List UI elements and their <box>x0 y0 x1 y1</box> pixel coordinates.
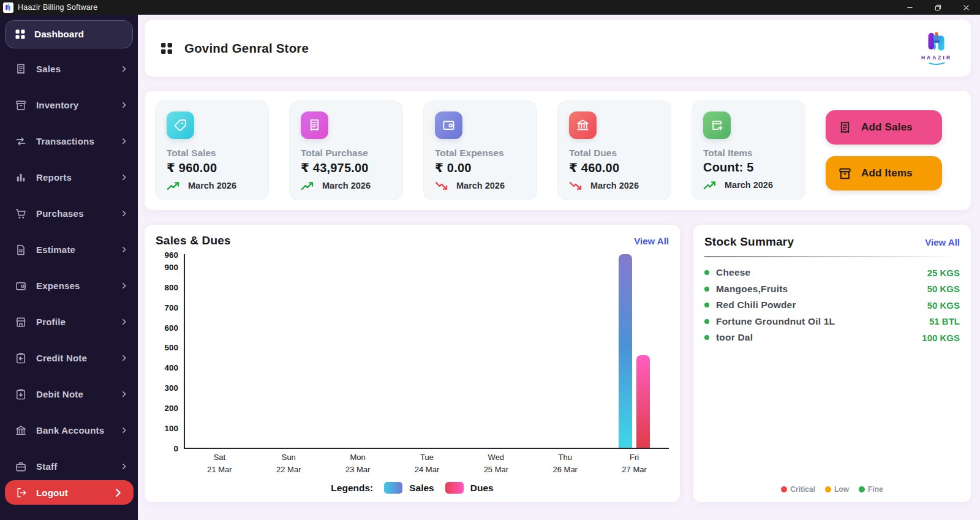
y-tick: 300 <box>164 383 178 393</box>
x-label: Sun22 Mar <box>254 453 323 474</box>
stat-trend: March 2026 <box>703 180 794 190</box>
stock-item-name: toor Dal <box>716 332 922 343</box>
sidebar-nav: SalesInventoryTransactionsReportsPurchas… <box>0 51 138 484</box>
x-day: Tue <box>393 453 462 462</box>
chart-slot <box>185 254 254 448</box>
sidebar-item-debit-note[interactable]: Debit Note <box>0 376 138 412</box>
sidebar-item-label: Debit Note <box>36 389 111 399</box>
sidebar-item-staff[interactable]: Staff <box>0 448 138 484</box>
stat-value: ₹ 960.00 <box>167 160 257 175</box>
stock-item-qty: 100 KGS <box>922 333 960 343</box>
stock-row-cheese: Cheese25 KGS <box>704 265 960 281</box>
chart-view-all-link[interactable]: View All <box>634 236 669 246</box>
credit-note-icon <box>15 352 27 364</box>
close-icon <box>963 4 970 11</box>
x-label: Tue24 Mar <box>393 453 462 474</box>
sidebar-item-label: Sales <box>36 64 111 74</box>
legend-name: Sales <box>409 483 434 494</box>
logout-label: Logout <box>36 488 104 498</box>
add-items-button[interactable]: Add Items <box>826 156 942 190</box>
x-day: Sun <box>254 453 323 462</box>
logout-button[interactable]: Logout <box>5 480 134 505</box>
close-button[interactable] <box>952 0 980 15</box>
sidebar-item-reports[interactable]: Reports <box>0 159 138 195</box>
wallet-icon-badge <box>435 111 462 139</box>
inventory-box-icon <box>15 99 27 111</box>
stat-label: Total Items <box>703 148 794 159</box>
y-tick: 960 <box>164 251 178 260</box>
sidebar-item-bank-accounts[interactable]: Bank Accounts <box>0 412 138 448</box>
status-fine: Fine <box>859 485 883 494</box>
sidebar-item-inventory[interactable]: Inventory <box>0 87 138 123</box>
dues-bar <box>636 355 650 448</box>
chart-slot <box>254 254 323 448</box>
stock-item-qty: 25 KGS <box>927 268 960 278</box>
document-icon <box>15 244 27 256</box>
status-dot <box>781 486 787 492</box>
transfer-arrows-icon <box>15 135 27 148</box>
sidebar-item-purchases[interactable]: Purchases <box>0 195 138 232</box>
status-label: Critical <box>790 485 815 494</box>
stock-dot <box>704 287 709 292</box>
plot-area <box>184 254 669 449</box>
stat-trend: March 2026 <box>435 181 526 190</box>
stock-view-all-link[interactable]: View All <box>925 237 960 247</box>
receipt-icon-badge <box>301 111 328 139</box>
legend-name: Dues <box>470 483 494 494</box>
sales-dues-chart-card: Sales & Dues View All 010020030040050060… <box>145 225 680 502</box>
x-day: Wed <box>461 453 530 462</box>
main-content: Govind Genral Store <box>138 15 980 520</box>
stat-card-total-sales: Total Sales₹ 960.00March 2026 <box>155 100 269 200</box>
chevron-right-icon <box>120 354 128 362</box>
x-day: Fri <box>600 453 669 462</box>
legend-item-dues: Dues <box>445 482 494 494</box>
minimize-icon <box>907 4 913 11</box>
divider <box>704 256 960 257</box>
sidebar-item-estimate[interactable]: Estimate <box>0 232 138 268</box>
stat-trend: March 2026 <box>167 181 257 190</box>
sidebar-item-label: Purchases <box>36 208 111 219</box>
chart-slot <box>323 254 393 448</box>
x-date: 23 Mar <box>323 465 393 474</box>
sales-bar <box>619 254 632 448</box>
y-tick: 100 <box>164 424 178 433</box>
minimize-button[interactable] <box>895 0 924 15</box>
chevron-right-icon <box>120 101 128 109</box>
sidebar-item-transactions[interactable]: Transactions <box>0 123 138 159</box>
status-label: Low <box>834 485 849 494</box>
sidebar-item-label: Bank Accounts <box>36 425 111 435</box>
sidebar-item-profile[interactable]: Profile <box>0 304 138 340</box>
sidebar-item-sales[interactable]: Sales <box>0 51 138 87</box>
action-label: Add Items <box>861 167 913 179</box>
box-icon <box>838 167 852 181</box>
stock-item-name: Cheese <box>716 267 927 278</box>
y-tick: 400 <box>164 363 178 372</box>
restore-button[interactable] <box>924 0 952 15</box>
grid-icon <box>14 28 26 40</box>
stat-value: ₹ 0.00 <box>435 160 526 175</box>
sidebar-item-label: Inventory <box>36 100 111 110</box>
x-date: 24 Mar <box>393 465 462 474</box>
sidebar-item-dashboard[interactable]: Dashboard <box>5 20 133 48</box>
bar-chart-icon <box>15 171 27 184</box>
y-tick: 800 <box>164 283 178 292</box>
brand-swoosh <box>926 61 947 65</box>
trend-up-icon <box>301 181 314 190</box>
y-tick: 700 <box>164 303 178 312</box>
y-axis: 0100200300400500600700800900960 <box>156 254 184 449</box>
store-name: Govind Genral Store <box>184 41 309 56</box>
grid-icon <box>159 41 174 56</box>
sales-swatch <box>384 482 402 494</box>
chevron-right-icon <box>120 173 128 181</box>
add-sales-button[interactable]: Add Sales <box>826 110 942 145</box>
sidebar-item-expenses[interactable]: Expenses <box>0 268 138 304</box>
sidebar-item-credit-note[interactable]: Credit Note <box>0 340 138 376</box>
stats-panel: Total Sales₹ 960.00March 2026Total Purch… <box>145 91 971 210</box>
x-date: 21 Mar <box>185 465 254 474</box>
legend-item-sales: Sales <box>384 482 434 494</box>
status-dot <box>825 486 831 492</box>
bank-icon <box>576 118 590 132</box>
trend-down-icon <box>569 181 582 190</box>
x-date: 22 Mar <box>254 465 323 474</box>
stat-value: ₹ 43,975.00 <box>301 160 391 175</box>
